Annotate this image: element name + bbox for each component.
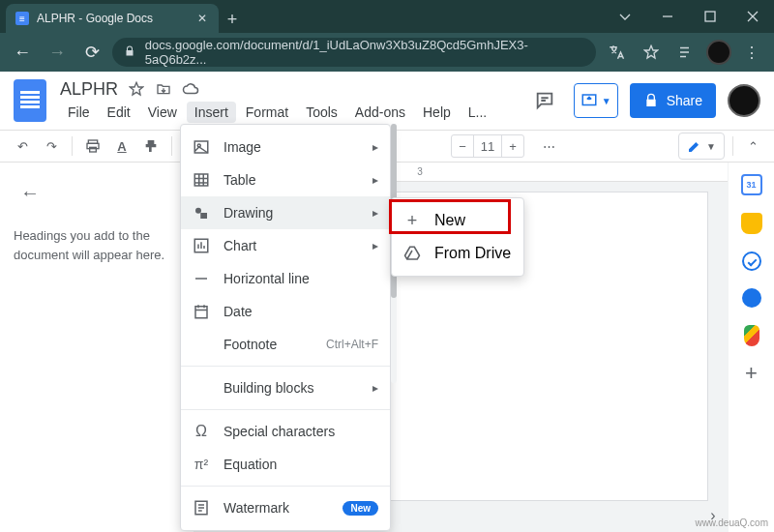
- document-title[interactable]: ALPHR: [60, 79, 118, 100]
- translate-icon[interactable]: [602, 38, 631, 67]
- menu-overflow[interactable]: L...: [461, 102, 494, 123]
- insert-image[interactable]: Image ▸: [181, 131, 390, 163]
- menu-item-label: New: [434, 212, 465, 229]
- cloud-status-icon[interactable]: [182, 80, 199, 98]
- font-size-minus[interactable]: −: [452, 133, 473, 159]
- insert-table[interactable]: Table ▸: [181, 163, 390, 196]
- tab-search-icon[interactable]: [604, 0, 646, 33]
- menu-item-label: Footnote: [223, 337, 277, 352]
- menu-insert[interactable]: Insert: [187, 102, 236, 123]
- docs-header: ALPHR File Edit View Insert Format Tools…: [0, 72, 774, 130]
- window-close-icon[interactable]: [731, 0, 774, 33]
- browser-tab[interactable]: ≡ ALPHR - Google Docs ✕: [6, 4, 219, 33]
- star-icon[interactable]: [128, 80, 145, 98]
- menu-tools[interactable]: Tools: [298, 102, 345, 123]
- outline-collapse-icon[interactable]: ←: [14, 176, 46, 209]
- move-icon[interactable]: [155, 80, 172, 98]
- font-size-group: − 11 +: [451, 134, 524, 158]
- menu-addons[interactable]: Add-ons: [347, 102, 413, 123]
- svg-rect-0: [705, 12, 715, 21]
- insert-horizontal-line[interactable]: Horizontal line: [181, 262, 390, 295]
- profile-avatar-icon[interactable]: [706, 40, 731, 65]
- table-icon: [193, 171, 210, 189]
- contacts-icon[interactable]: [742, 288, 761, 308]
- svg-rect-9: [200, 213, 207, 219]
- plus-icon: +: [403, 212, 421, 229]
- insert-watermark[interactable]: Watermark New: [181, 491, 390, 524]
- hide-menus-icon[interactable]: ⌃: [741, 134, 764, 158]
- menu-view[interactable]: View: [140, 102, 185, 123]
- insert-chart[interactable]: Chart ▸: [181, 229, 390, 262]
- new-tab-button[interactable]: +: [219, 6, 246, 33]
- lock-icon: [124, 45, 137, 59]
- svg-rect-11: [195, 307, 207, 318]
- insert-footnote[interactable]: Footnote Ctrl+Alt+F: [181, 328, 390, 361]
- browser-toolbar: ← → ⟳ docs.google.com/document/d/1_iUdLa…: [0, 33, 774, 72]
- menu-separator: [181, 366, 390, 367]
- submenu-arrow-icon: ▸: [372, 140, 378, 154]
- print-icon[interactable]: [80, 133, 105, 159]
- bookmark-star-icon[interactable]: [637, 38, 666, 67]
- insert-drawing[interactable]: Drawing ▸: [181, 196, 390, 229]
- maps-icon[interactable]: [744, 325, 759, 346]
- window-maximize-icon[interactable]: [689, 0, 731, 33]
- outline-placeholder: Headings you add to the document will ap…: [14, 226, 184, 264]
- insert-building-blocks[interactable]: Building blocks ▸: [181, 371, 390, 404]
- share-button[interactable]: Share: [630, 83, 716, 118]
- menu-edit[interactable]: Edit: [100, 102, 138, 123]
- keep-icon[interactable]: [741, 213, 762, 234]
- menu-item-label: Building blocks: [223, 380, 313, 396]
- menu-item-label: Special characters: [223, 424, 335, 439]
- blocks-icon: [193, 379, 210, 397]
- submenu-arrow-icon: ▸: [372, 239, 378, 252]
- font-size-input[interactable]: 11: [473, 135, 502, 157]
- menu-item-label: Drawing: [223, 205, 273, 221]
- submenu-arrow-icon: ▸: [372, 206, 378, 220]
- chrome-menu-icon[interactable]: ⋮: [737, 38, 766, 67]
- google-docs-logo-icon[interactable]: [14, 79, 46, 122]
- ruler-mark: 3: [417, 166, 423, 177]
- address-bar[interactable]: docs.google.com/document/d/1_iUdLaOnw3Xb…: [112, 38, 596, 67]
- menu-item-label: Date: [223, 304, 253, 319]
- font-size-plus[interactable]: +: [502, 133, 523, 159]
- insert-equation[interactable]: π² Equation: [181, 448, 390, 481]
- redo-icon[interactable]: ↷: [39, 133, 64, 159]
- nav-forward-icon: →: [43, 38, 72, 67]
- footnote-icon: [193, 336, 210, 353]
- menu-item-label: From Drive: [434, 245, 511, 262]
- addons-plus-icon[interactable]: +: [742, 364, 761, 383]
- menu-format[interactable]: Format: [238, 102, 296, 123]
- drawing-new[interactable]: + New: [392, 204, 523, 237]
- window-minimize-icon[interactable]: [646, 0, 689, 33]
- menu-item-label: Chart: [223, 238, 256, 253]
- account-avatar-icon[interactable]: [728, 84, 760, 117]
- chart-icon: [193, 237, 210, 254]
- browser-titlebar: ≡ ALPHR - Google Docs ✕ +: [0, 0, 774, 33]
- paint-format-icon[interactable]: [138, 133, 164, 159]
- nav-back-icon[interactable]: ←: [8, 38, 37, 67]
- comments-icon[interactable]: [527, 83, 562, 118]
- tab-close-icon[interactable]: ✕: [195, 12, 209, 25]
- outline-panel: ← Headings you add to the document will …: [0, 163, 194, 532]
- toolbar-more-icon[interactable]: ⋯: [536, 133, 561, 159]
- insert-special-characters[interactable]: Ω Special characters: [181, 415, 390, 448]
- drawing-from-drive[interactable]: From Drive: [392, 237, 523, 270]
- submenu-arrow-icon: ▸: [372, 173, 378, 187]
- menu-item-label: Watermark: [223, 500, 289, 516]
- tasks-icon[interactable]: [742, 251, 761, 271]
- menu-help[interactable]: Help: [415, 102, 459, 123]
- reading-list-icon[interactable]: [671, 38, 700, 67]
- calendar-icon[interactable]: [741, 174, 762, 195]
- menu-item-label: Image: [223, 139, 261, 155]
- svg-point-8: [195, 208, 201, 214]
- present-button[interactable]: ▼: [574, 83, 618, 118]
- insert-date[interactable]: Date: [181, 295, 390, 328]
- undo-icon[interactable]: ↶: [10, 133, 35, 159]
- nav-reload-icon[interactable]: ⟳: [77, 38, 106, 67]
- drawing-icon: [193, 204, 210, 222]
- spellcheck-icon[interactable]: A: [109, 133, 134, 159]
- drawing-submenu: + New From Drive: [391, 197, 524, 277]
- date-icon: [193, 303, 210, 320]
- editing-mode-button[interactable]: ▼: [678, 133, 725, 160]
- menu-file[interactable]: File: [60, 102, 98, 123]
